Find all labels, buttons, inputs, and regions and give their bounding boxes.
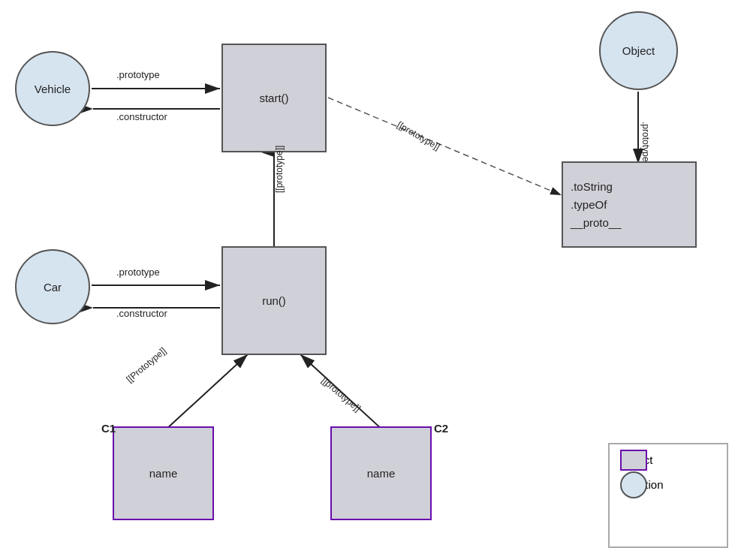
- label-proto-c2-run: [[prototype]]: [320, 375, 363, 414]
- label-c2: C2: [434, 422, 448, 435]
- label-constructor-car: .constructor: [116, 308, 167, 319]
- label-prototype-car: .prototype: [116, 266, 160, 278]
- object-circle-label: Object: [622, 44, 655, 57]
- label-prototype-vehicle: .prototype: [116, 69, 160, 80]
- run-label: run(): [262, 294, 286, 307]
- object-rect-proto: __proto__: [571, 214, 622, 232]
- object-rect-tostring: .toString: [571, 178, 613, 196]
- c2-node: name: [330, 426, 432, 520]
- run-node: run(): [221, 246, 327, 355]
- car-label: Car: [44, 281, 62, 294]
- svg-line-12: [328, 98, 562, 195]
- legend-function-circle: [620, 471, 647, 498]
- start-node: start(): [221, 44, 327, 152]
- c2-label: name: [367, 467, 396, 480]
- label-prototype-object: .prototype: [640, 122, 651, 161]
- legend-container: Object Function: [608, 443, 728, 548]
- label-proto-start-obj: [[prototype]]: [396, 119, 442, 152]
- vehicle-node: Vehicle: [15, 51, 90, 126]
- label-proto-c1-run: [[Prototype]]: [125, 345, 169, 384]
- svg-line-9: [165, 354, 248, 430]
- vehicle-label: Vehicle: [35, 83, 71, 95]
- legend-object: Object: [620, 453, 716, 466]
- legend-object-rect: [620, 450, 647, 471]
- legend-function: Function: [620, 478, 716, 491]
- c1-node: name: [113, 426, 214, 520]
- diagram-container: Vehicle Car start() run() name name Obje…: [0, 0, 741, 560]
- start-label: start(): [259, 92, 288, 104]
- car-node: Car: [15, 249, 90, 324]
- label-constructor-vehicle: .constructor: [116, 111, 167, 122]
- c1-label: name: [149, 467, 178, 480]
- object-circle-node: Object: [599, 11, 678, 90]
- label-proto-start-run: [[prototype]]: [274, 146, 285, 193]
- object-rect-node: .toString .typeOf __proto__: [562, 161, 697, 248]
- label-c1: C1: [101, 422, 116, 435]
- object-rect-typeof: .typeOf: [571, 196, 607, 214]
